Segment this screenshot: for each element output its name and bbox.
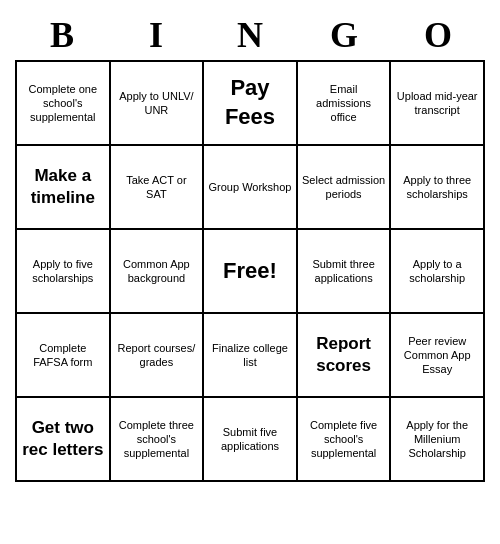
bingo-cell-text-14: Apply to a scholarship (395, 257, 479, 286)
bingo-cell-14: Apply to a scholarship (391, 230, 485, 314)
bingo-cell-19: Peer review Common App Essay (391, 314, 485, 398)
bingo-cell-text-23: Complete five school's supplemental (302, 418, 386, 461)
bingo-cell-text-0: Complete one school's supplemental (21, 82, 105, 125)
bingo-cell-text-11: Common App background (115, 257, 199, 286)
bingo-cell-text-19: Peer review Common App Essay (395, 334, 479, 377)
bingo-cell-11: Common App background (111, 230, 205, 314)
bingo-cell-4: Upload mid-year transcript (391, 62, 485, 146)
bingo-cell-17: Finalize college list (204, 314, 298, 398)
bingo-header: BINGO (15, 10, 485, 60)
bingo-cell-5: Make a timeline (17, 146, 111, 230)
bingo-cell-10: Apply to five scholarships (17, 230, 111, 314)
bingo-cell-7: Group Workshop (204, 146, 298, 230)
bingo-cell-text-20: Get two rec letters (21, 417, 105, 461)
header-letter-n: N (203, 10, 297, 60)
bingo-cell-text-22: Submit five applications (208, 425, 292, 454)
bingo-cell-text-4: Upload mid-year transcript (395, 89, 479, 118)
bingo-cell-0: Complete one school's supplemental (17, 62, 111, 146)
bingo-cell-9: Apply to three scholarships (391, 146, 485, 230)
bingo-cell-23: Complete five school's supplemental (298, 398, 392, 482)
bingo-cell-text-15: Complete FAFSA form (21, 341, 105, 370)
bingo-cell-text-1: Apply to UNLV/ UNR (115, 89, 199, 118)
bingo-cell-text-16: Report courses/ grades (115, 341, 199, 370)
bingo-cell-text-12: Free! (223, 257, 277, 286)
bingo-cell-text-3: Email admissions office (302, 82, 386, 125)
bingo-cell-16: Report courses/ grades (111, 314, 205, 398)
bingo-cell-6: Take ACT or SAT (111, 146, 205, 230)
bingo-grid: Complete one school's supplementalApply … (15, 60, 485, 482)
bingo-cell-20: Get two rec letters (17, 398, 111, 482)
bingo-cell-15: Complete FAFSA form (17, 314, 111, 398)
bingo-cell-8: Select admission periods (298, 146, 392, 230)
bingo-cell-text-5: Make a timeline (21, 165, 105, 209)
bingo-cell-text-8: Select admission periods (302, 173, 386, 202)
bingo-cell-2: Pay Fees (204, 62, 298, 146)
bingo-cell-text-10: Apply to five scholarships (21, 257, 105, 286)
bingo-cell-text-9: Apply to three scholarships (395, 173, 479, 202)
bingo-card: BINGO Complete one school's supplemental… (15, 10, 485, 482)
bingo-cell-21: Complete three school's supplemental (111, 398, 205, 482)
bingo-cell-text-2: Pay Fees (208, 74, 292, 131)
bingo-cell-text-7: Group Workshop (209, 180, 292, 194)
bingo-cell-text-13: Submit three applications (302, 257, 386, 286)
header-letter-o: O (391, 10, 485, 60)
bingo-cell-18: Report scores (298, 314, 392, 398)
bingo-cell-1: Apply to UNLV/ UNR (111, 62, 205, 146)
bingo-cell-text-24: Apply for the Millenium Scholarship (395, 418, 479, 461)
bingo-cell-3: Email admissions office (298, 62, 392, 146)
bingo-cell-22: Submit five applications (204, 398, 298, 482)
header-letter-b: B (15, 10, 109, 60)
header-letter-i: I (109, 10, 203, 60)
bingo-cell-text-17: Finalize college list (208, 341, 292, 370)
header-letter-g: G (297, 10, 391, 60)
bingo-cell-12: Free! (204, 230, 298, 314)
bingo-cell-text-18: Report scores (302, 333, 386, 377)
bingo-cell-24: Apply for the Millenium Scholarship (391, 398, 485, 482)
bingo-cell-13: Submit three applications (298, 230, 392, 314)
bingo-cell-text-21: Complete three school's supplemental (115, 418, 199, 461)
bingo-cell-text-6: Take ACT or SAT (115, 173, 199, 202)
